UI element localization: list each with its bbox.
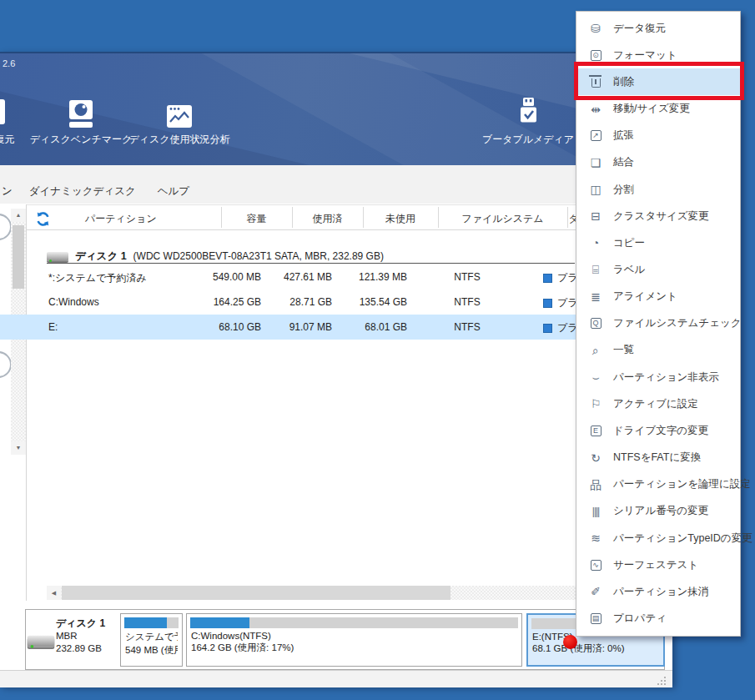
menu-item-label: サーフェステスト — [613, 558, 698, 572]
set-logical-icon: 品 — [588, 479, 603, 491]
menu-item-label: パーティション抹消 — [613, 585, 708, 599]
menu-item-copy[interactable]: ◔コピー — [576, 229, 740, 256]
partition-block[interactable]: C:Windows(NTFS)164.2 GB (使用済: 17%) — [186, 613, 522, 667]
menu-item-label: アライメント — [613, 290, 677, 304]
menu-item-properties[interactable]: ▤プロパティ — [576, 605, 740, 632]
format-icon: ⊙ — [591, 50, 601, 61]
menu-item-merge[interactable]: ❏結合 — [576, 149, 740, 176]
menu-item-label: ドライブ文字の変更 — [613, 424, 708, 438]
menu-item-change-typeid[interactable]: ≋パーティションTypeIDの変更 — [576, 525, 740, 551]
red-highlight-box — [574, 62, 744, 100]
horizontal-scrollbar-thumb[interactable] — [62, 586, 450, 600]
menu-item-label: データ復元 — [613, 22, 666, 36]
header-partition: パーティション — [85, 212, 157, 226]
type-label: プラ — [557, 271, 578, 285]
menu-item-label: クラスタサイズ変更 — [613, 209, 709, 224]
menu-item-change-drive-letter[interactable]: Eドライブ文字の変更 — [576, 417, 740, 444]
menu-item-label: 拡張 — [613, 128, 634, 143]
cluster-size-icon: ⊟ — [588, 210, 603, 222]
toolbar-item-bootable-media[interactable]: ブータブルメディア — [474, 95, 582, 147]
menu-item-alignment[interactable]: ≣アライメント — [576, 284, 740, 310]
desktop: 2.6 ン復元 ディスクベンチマーク — [0, 0, 755, 700]
table-header: パーティション 容量 使用済 未使用 ファイルシステム タイプ — [27, 204, 646, 230]
primary-type-square-icon — [543, 274, 552, 283]
menu-item-label: コピー — [613, 236, 645, 250]
list-magnifier-icon: ⌕ — [588, 345, 603, 356]
scroll-up-arrow-icon[interactable]: ▲ — [11, 209, 26, 222]
context-menu: ⛁データ復元⊙フォーマット削除⇹移動/サイズ変更↗拡張❏結合◫分割⊟クラスタサイ… — [576, 11, 741, 637]
toolbar-item-label: ディスク使用状況分析 — [125, 133, 234, 147]
disk-type: MBR — [56, 631, 78, 641]
main-content: ▲ ▼ パーティション 容量 使用済 未使用 — [0, 204, 672, 687]
menu-item-cluster-size[interactable]: ⊟クラスタサイズ変更 — [576, 203, 740, 229]
menu-item-set-active-pin[interactable]: ⚐アクティブに設定 — [576, 390, 740, 417]
menu-item-extend[interactable]: ↗拡張 — [576, 123, 740, 149]
cell-filesystem: NTFS — [421, 321, 513, 333]
partition-table-rows: *:システムで予約済み549.00 MB427.61 MB121.39 MBNT… — [0, 264, 646, 340]
usage-bar-fill — [124, 617, 167, 628]
red-click-dot — [563, 635, 577, 649]
menu-item-list-magnifier[interactable]: ⌕一覧 — [576, 337, 740, 364]
menu-item-label: 結合 — [613, 155, 634, 169]
horizontal-scrollbar[interactable]: ◀ — [47, 586, 646, 600]
toolbar-item-label: ディスクベンチマーク — [27, 133, 135, 147]
scroll-left-arrow-icon[interactable]: ◀ — [47, 586, 61, 600]
menubar-item-dynamic-disk[interactable]: ダイナミックディスク — [29, 184, 136, 199]
menu-item-label: 移動/サイズ変更 — [613, 102, 690, 116]
menu-item-split[interactable]: ◫分割 — [576, 176, 740, 203]
partition-block-size: 549 MB (使用 — [125, 644, 178, 657]
toolbar-item-label: ブータブルメディア — [474, 133, 582, 147]
menu-item-surface-test[interactable]: ∿サーフェステスト — [576, 551, 740, 578]
menu-item-hide-partition[interactable]: ⌣パーティション非表示 — [576, 364, 740, 390]
cutoff-sidebar-circle — [0, 351, 12, 378]
filesystem-check-icon: Q — [591, 318, 601, 329]
primary-type-square-icon — [543, 299, 552, 308]
type-label: プラ — [557, 321, 578, 335]
menu-item-label: ファイルシステムチェック — [613, 316, 742, 330]
header-unused: 未使用 — [363, 212, 438, 226]
partition-block[interactable]: システムで予約549 MB (使用 — [120, 613, 183, 667]
partition-block-size: 164.2 GB (使用済: 17%) — [191, 642, 517, 654]
banner: 2.6 ン復元 ディスクベンチマーク — [0, 53, 672, 165]
menu-item-data-recovery[interactable]: ⛁データ復元 — [576, 15, 740, 42]
wipe-partition-icon: ✐ — [588, 586, 603, 597]
menu-item-label: プロパティ — [613, 612, 667, 626]
toolbar-item-disk-usage-analysis[interactable]: ディスク使用状況分析 — [125, 95, 234, 147]
menu-item-label: パーティション非表示 — [613, 370, 719, 385]
alignment-icon: ≣ — [588, 291, 603, 303]
menu-item-label[interactable]: ⌸ラベル — [576, 256, 740, 283]
merge-icon: ❏ — [588, 157, 603, 169]
disk-benchmark-icon — [27, 95, 135, 130]
menu-item-wipe-partition[interactable]: ✐パーティション抹消 — [576, 578, 740, 605]
set-active-pin-icon: ⚐ — [588, 398, 603, 410]
toolbar-item-disk-benchmark[interactable]: ディスクベンチマーク — [27, 95, 135, 147]
menu-item-label: フォーマット — [613, 48, 677, 63]
cell-unused: 68.01 GB — [315, 321, 407, 333]
hdd-icon — [28, 636, 55, 647]
table-row[interactable]: E:68.10 GB91.07 MB68.01 GBNTFSプラ — [0, 315, 646, 340]
surface-test-icon: ∿ — [591, 560, 601, 571]
disk-group-underline — [47, 263, 575, 264]
cell-filesystem: NTFS — [421, 296, 513, 308]
cell-unused: 135.54 GB — [315, 296, 407, 308]
usage-bar — [190, 617, 518, 628]
menu-item-label: ラベル — [613, 263, 645, 277]
scroll-down-arrow-icon[interactable]: ▼ — [11, 441, 26, 455]
menu-item-set-logical[interactable]: 品パーティションを論理に設定 — [576, 471, 740, 498]
menubar-item-partial[interactable]: ン — [2, 184, 13, 199]
menu-item-change-serial[interactable]: ||||シリアル番号の変更 — [576, 498, 740, 525]
menubar-item-help[interactable]: ヘルプ — [158, 184, 189, 199]
table-row[interactable]: *:システムで予約済み549.00 MB427.61 MB121.39 MBNT… — [0, 264, 646, 290]
cell-type: プラ — [543, 271, 578, 285]
hdd-icon — [47, 252, 68, 261]
menu-item-label: 一覧 — [613, 343, 634, 357]
header-filesystem: ファイルシステム — [438, 212, 567, 226]
menu-item-convert-ntfs-fat[interactable]: ↻NTFSをFATに変換 — [576, 445, 740, 471]
menu-item-filesystem-check[interactable]: Qファイルシステムチェック — [576, 310, 740, 337]
cell-partition-name: E: — [48, 321, 58, 333]
usage-bar — [124, 617, 179, 628]
refresh-icon[interactable] — [35, 211, 51, 227]
resize-grip[interactable] — [664, 677, 666, 678]
menu-item-label: 分割 — [613, 183, 634, 197]
table-row[interactable]: C:Windows164.25 GB28.71 GB135.54 GBNTFSプ… — [0, 290, 646, 315]
